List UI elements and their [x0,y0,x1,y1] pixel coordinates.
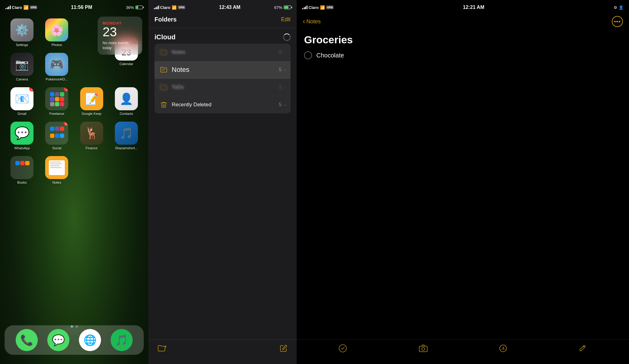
note-content: Chocolate [297,48,629,65]
account-icon-3: 👤 [619,5,623,10]
status-bar-3: Claro 📶 VPN 12:21 AM ⚙ 👤 [297,0,629,14]
compose-button-3[interactable] [579,344,587,354]
app-finance[interactable]: 🦌 Finance [76,122,107,150]
app-notes-label: Notes [53,181,61,184]
status-bar-1: Claro 📶 VPN 11:56 PM 36% [0,0,148,14]
folder-row-blurred-1[interactable]: Notes 6 › [154,44,291,61]
folder-count-1: 6 [279,49,282,55]
app-calendar-label: Calendar [119,62,133,66]
battery-percent: 36% [126,5,134,10]
dock-messages[interactable]: 💬 [47,329,69,351]
app-shazam[interactable]: 🎵 Shazamshort... [111,122,142,150]
app-gkeep[interactable]: 📝 Google Keep [76,87,107,115]
note-item-text-1: Chocolate [316,52,344,59]
folder-chevron-1: › [284,50,286,55]
status-left-3: Claro 📶 VPN [302,5,334,10]
app-contacts-label: Contacts [120,112,133,115]
app-contacts[interactable]: 👤 Contacts [111,87,142,115]
app-whatsapp[interactable]: 💬 WhatsApp [6,122,38,150]
carrier-label: Claro [12,5,22,10]
app-freelance-label: Freelance [49,112,64,115]
app-settings[interactable]: ⚙️ Settings [6,18,38,47]
signal-icon-3 [302,6,307,9]
folder-count-todo: 1 [279,84,282,90]
back-label: Notes [306,18,321,25]
folder-chevron-notes: › [284,67,286,72]
folder-chevron-todo: › [284,85,286,90]
svg-rect-5 [419,346,427,352]
folder-row-todo[interactable]: ToDo 1 › [154,79,291,96]
folder-chevron-deleted: › [284,102,286,107]
dock-phone[interactable]: 📞 [16,329,38,351]
dock-chrome[interactable]: 🌐 [79,329,101,351]
folders-screen: Claro 📶 VPN 12:43 AM 67% Folders Edit iC… [148,0,297,364]
app-photos[interactable]: 🌸 Photos [41,18,72,47]
note-toolbar: A [297,339,629,364]
clock-3: 12:21 AM [463,5,484,10]
app-shazam-label: Shazamshort... [115,146,138,150]
app-freelance[interactable]: 1 Freelance [41,87,72,115]
icloud-header: iCloud [154,33,291,41]
status-right-1: 36% [126,5,143,10]
markup-button[interactable]: A [499,344,507,354]
app-books-label: Books [17,181,27,184]
folder-count-notes: 5 [279,67,282,73]
folder-icon-todo [159,83,168,92]
folder-count-deleted: 5 [279,102,282,108]
status-left-2: Claro 📶 VPN [154,5,185,10]
note-detail-screen: Claro 📶 VPN 12:21 AM ⚙ 👤 ‹ Notes ••• Gro… [297,0,629,364]
app-pokemon[interactable]: 🎮 PokémonHO... [41,53,72,81]
folder-icon-1 [159,48,168,57]
wifi-3: 📶 [320,5,325,10]
check-button[interactable] [338,344,347,354]
note-item-1: Chocolate [304,51,622,59]
folder-row-notes[interactable]: Notes 5 › [154,61,291,79]
vpn-3: VPN [326,6,334,9]
note-back-button[interactable]: ‹ Notes [303,18,321,25]
wifi-2: 📶 [172,5,177,10]
app-gmail-label: Gmail [18,112,26,115]
clock: 11:56 PM [71,5,92,10]
app-pokemon-label: PokémonHO... [46,77,68,81]
camera-button[interactable] [419,344,428,354]
app-photos-label: Photos [52,43,62,47]
folder-icon-notes [159,65,168,74]
folder-name-deleted: Recently Deleted [172,102,279,108]
app-finance-label: Finance [86,146,98,150]
vpn-badge: VPN [30,6,37,9]
icloud-section: iCloud Notes 6 › [148,28,297,116]
app-camera-label: Camera [16,77,28,81]
dock: 📞 💬 🌐 🎵 [5,325,144,355]
wifi-icon: 📶 [23,5,29,10]
app-social[interactable]: 13 Social [41,122,72,150]
app-settings-label: Settings [16,43,28,47]
calendar-widget[interactable]: MONDAY 23 No more events today [98,17,142,55]
gmail-badge: 1 [29,87,33,92]
status-bar-2: Claro 📶 VPN 12:43 AM 67% [148,0,297,14]
folders-title: Folders [154,16,177,23]
note-navigation: ‹ Notes ••• [297,14,629,31]
back-chevron-icon: ‹ [303,18,305,25]
note-more-button[interactable]: ••• [612,16,623,27]
clock-2: 12:43 AM [219,5,240,10]
app-gmail[interactable]: 📧 1 Gmail [6,87,38,115]
folder-row-deleted[interactable]: Recently Deleted 5 › [154,96,291,113]
app-notes[interactable]: Notes [41,156,72,184]
app-social-label: Social [52,146,61,150]
calendar-date: 23 [103,25,137,38]
folder-name-todo: ToDo [172,84,279,90]
checkbox-1[interactable] [304,51,312,59]
folder-name-1: Notes [172,49,279,55]
compose-button[interactable] [279,344,287,354]
carrier-2: Claro [160,5,170,10]
status-right-3: ⚙ 👤 [614,5,623,10]
folder-icon-deleted [159,100,168,109]
folder-name-notes: Notes [172,66,279,74]
vpn-2: VPN [178,6,186,9]
app-camera[interactable]: 📷 Camera [6,53,38,81]
dock-spotify[interactable]: 🎵 [111,329,133,351]
icloud-spinner [283,33,291,41]
new-folder-button[interactable] [158,345,166,353]
folders-edit-button[interactable]: Edit [281,16,291,23]
app-books[interactable]: Books [6,156,38,184]
